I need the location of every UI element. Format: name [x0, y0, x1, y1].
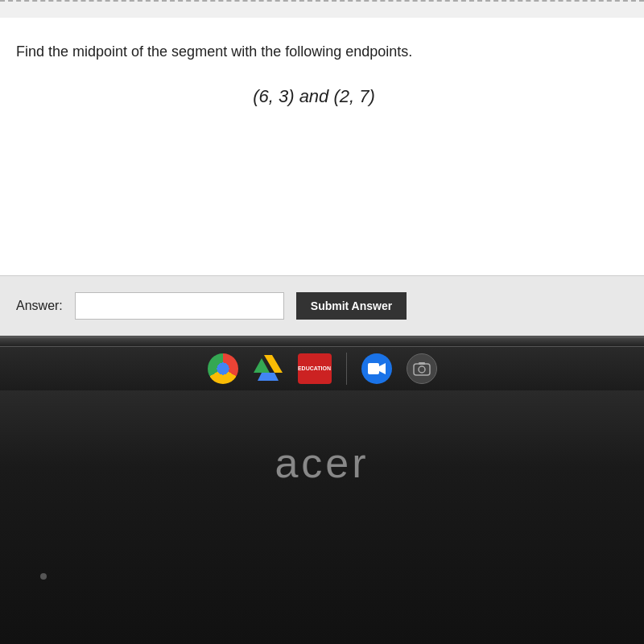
svg-rect-7 — [419, 362, 425, 365]
education-icon[interactable]: EDUCATION — [298, 353, 332, 384]
svg-rect-5 — [414, 364, 430, 375]
taskbar: EDUCATION — [0, 346, 644, 390]
taskbar-divider — [346, 353, 347, 385]
svg-rect-3 — [368, 363, 379, 374]
answer-section: Answer: Submit Answer — [0, 275, 644, 336]
question-text: Find the midpoint of the segment with th… — [16, 42, 612, 62]
camera-icon[interactable] — [407, 353, 437, 384]
laptop-body: acer — [0, 390, 644, 644]
content-area: Find the midpoint of the segment with th… — [0, 18, 644, 275]
svg-point-6 — [419, 366, 425, 373]
chrome-icon[interactable] — [208, 353, 238, 384]
dashed-divider — [0, 0, 644, 2]
answer-label: Answer: — [16, 299, 63, 313]
submit-answer-button[interactable]: Submit Answer — [296, 292, 407, 320]
monitor-bezel — [0, 338, 644, 346]
svg-marker-2 — [258, 373, 279, 381]
google-drive-icon[interactable] — [253, 353, 283, 384]
google-meet-icon[interactable] — [361, 353, 392, 384]
monitor-screen: Find the midpoint of the segment with th… — [0, 0, 644, 338]
svg-marker-4 — [379, 363, 386, 374]
answer-input[interactable] — [75, 292, 284, 320]
acer-logo: acer — [275, 439, 369, 487]
equation-text: (6, 3) and (2, 7) — [16, 86, 612, 107]
desk-dot — [40, 573, 47, 580]
